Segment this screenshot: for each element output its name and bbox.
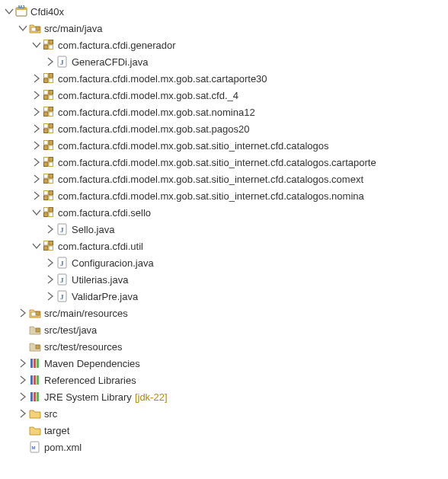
package-icon — [43, 89, 55, 101]
file-utilerias[interactable]: Utilerias.java — [0, 271, 448, 288]
file-pom[interactable]: pom.xml — [0, 439, 448, 455]
chevron-down-icon[interactable] — [30, 39, 43, 51]
lib-icon — [29, 374, 41, 386]
package-pagos20[interactable]: com.factura.cfdi.model.mx.gob.sat.pagos2… — [0, 120, 448, 137]
java-icon — [56, 290, 69, 302]
chevron-right-icon[interactable] — [30, 156, 43, 168]
java-icon — [56, 223, 69, 235]
chevron-down-icon[interactable] — [3, 5, 15, 18]
tree-item-label: Configuracion.java — [72, 257, 154, 269]
package-icon — [43, 156, 55, 168]
package-cfd4[interactable]: com.factura.cfdi.model.mx.gob.sat.cfd._4 — [0, 87, 448, 104]
tree-item-label: com.factura.cfdi.util — [58, 241, 143, 252]
srcfolder-empty-icon — [29, 324, 41, 336]
package-icon — [43, 72, 55, 85]
srcfolder-icon — [29, 307, 41, 319]
package-icon — [43, 123, 55, 135]
tree-item-label: JRE System Library — [44, 391, 132, 403]
folder-target[interactable]: target — [0, 422, 448, 439]
maven-dependencies[interactable]: Maven Dependencies — [0, 355, 448, 372]
tree-item-label: pom.xml — [44, 442, 82, 453]
package-generador[interactable]: com.factura.cfdi.generador — [0, 37, 448, 53]
tree-item-label: com.factura.cfdi.model.mx.gob.sat.sitio_… — [58, 174, 363, 185]
chevron-right-icon[interactable] — [44, 273, 56, 286]
chevron-right-icon[interactable] — [44, 56, 56, 68]
srcfolder-empty-icon — [29, 340, 41, 353]
package-icon — [43, 240, 55, 252]
tree-item-label: src/test/resources — [44, 341, 123, 353]
chevron-right-icon[interactable] — [17, 357, 29, 369]
tree-item-label: com.factura.cfdi.model.mx.gob.sat.cartap… — [58, 73, 267, 85]
folder-icon — [29, 407, 41, 420]
tree-item-label: src/main/resources — [44, 308, 128, 319]
referenced-libraries[interactable]: Referenced Libraries — [0, 372, 448, 388]
tree-item-label: com.factura.cfdi.sello — [58, 207, 151, 219]
file-validarpre[interactable]: ValidarPre.java — [0, 288, 448, 305]
tree-item-label: Maven Dependencies — [44, 358, 140, 369]
package-icon — [43, 39, 55, 51]
srcfolder-icon — [29, 22, 41, 34]
tree-item-label: Referenced Libraries — [44, 375, 136, 386]
chevron-right-icon[interactable] — [17, 307, 29, 319]
chevron-right-icon[interactable] — [17, 374, 29, 386]
decorator-label: [jdk-22] — [135, 391, 168, 403]
package-icon — [43, 106, 55, 118]
package-sello[interactable]: com.factura.cfdi.sello — [0, 204, 448, 221]
lib-icon — [29, 391, 41, 403]
tree-item-label: Utilerias.java — [72, 274, 128, 286]
chevron-right-icon[interactable] — [30, 190, 43, 202]
file-sello[interactable]: Sello.java — [0, 221, 448, 238]
package-util[interactable]: com.factura.cfdi.util — [0, 238, 448, 254]
tree-item-label: Cfdi40x — [30, 6, 64, 18]
folder-src[interactable]: src — [0, 405, 448, 422]
chevron-right-icon[interactable] — [30, 89, 43, 101]
xml-icon — [29, 441, 41, 453]
chevron-right-icon[interactable] — [30, 106, 43, 118]
lib-icon — [29, 357, 41, 369]
chevron-right-icon[interactable] — [17, 407, 29, 420]
chevron-down-icon[interactable] — [30, 240, 43, 252]
package-icon — [43, 139, 55, 152]
src-test-java[interactable]: src/test/java — [0, 321, 448, 338]
package-nomina12[interactable]: com.factura.cfdi.model.mx.gob.sat.nomina… — [0, 104, 448, 120]
tree-item-label: com.factura.cfdi.model.mx.gob.sat.cfd._4 — [58, 90, 238, 101]
package-catalogos[interactable]: com.factura.cfdi.model.mx.gob.sat.sitio_… — [0, 137, 448, 154]
chevron-right-icon[interactable] — [30, 139, 43, 152]
folder-icon — [29, 424, 41, 436]
projm-icon — [15, 5, 27, 18]
java-icon — [56, 56, 69, 68]
jre-system-library[interactable]: JRE System Library[jdk-22] — [0, 388, 448, 405]
chevron-right-icon[interactable] — [30, 173, 43, 185]
src-main-java[interactable]: src/main/java — [0, 20, 448, 37]
chevron-right-icon[interactable] — [30, 72, 43, 85]
chevron-down-icon[interactable] — [17, 22, 29, 34]
java-icon — [56, 273, 69, 286]
tree-item-label: Sello.java — [72, 224, 114, 235]
chevron-right-icon[interactable] — [17, 391, 29, 403]
src-test-resources[interactable]: src/test/resources — [0, 338, 448, 355]
package-cartaporte30[interactable]: com.factura.cfdi.model.mx.gob.sat.cartap… — [0, 70, 448, 87]
chevron-right-icon[interactable] — [44, 290, 56, 302]
tree-item-label: com.factura.cfdi.model.mx.gob.sat.nomina… — [58, 107, 255, 118]
tree-item-label: com.factura.cfdi.model.mx.gob.sat.sitio_… — [58, 157, 376, 168]
file-configuracion[interactable]: Configuracion.java — [0, 254, 448, 271]
chevron-down-icon[interactable] — [30, 206, 43, 219]
package-catalogos-cartaporte[interactable]: com.factura.cfdi.model.mx.gob.sat.sitio_… — [0, 154, 448, 171]
chevron-right-icon[interactable] — [30, 123, 43, 135]
tree-item-label: src — [44, 408, 57, 420]
chevron-right-icon[interactable] — [44, 223, 56, 235]
tree-item-label: target — [44, 425, 69, 436]
package-icon — [43, 190, 55, 202]
package-catalogos-comext[interactable]: com.factura.cfdi.model.mx.gob.sat.sitio_… — [0, 171, 448, 187]
java-icon — [56, 257, 69, 269]
package-catalogos-nomina[interactable]: com.factura.cfdi.model.mx.gob.sat.sitio_… — [0, 187, 448, 204]
project-node[interactable]: Cfdi40x — [0, 3, 448, 20]
file-generacfdi[interactable]: GeneraCFDi.java — [0, 53, 448, 70]
package-explorer-tree[interactable]: Cfdi40xsrc/main/javacom.factura.cfdi.gen… — [0, 3, 448, 455]
package-icon — [43, 173, 55, 185]
src-main-resources[interactable]: src/main/resources — [0, 305, 448, 321]
tree-item-label: com.factura.cfdi.model.mx.gob.sat.sitio_… — [58, 140, 329, 152]
chevron-right-icon[interactable] — [44, 257, 56, 269]
tree-item-label: com.factura.cfdi.model.mx.gob.sat.pagos2… — [58, 123, 249, 135]
tree-item-label: com.factura.cfdi.model.mx.gob.sat.sitio_… — [58, 190, 364, 202]
